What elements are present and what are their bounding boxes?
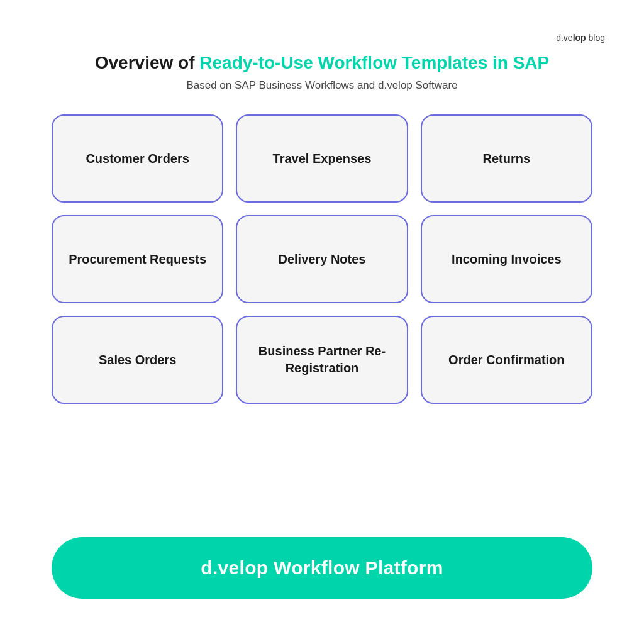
- grid-cell-5[interactable]: Incoming Invoices: [421, 215, 592, 303]
- grid-cell-label-1: Travel Expenses: [273, 150, 372, 167]
- grid-cell-1[interactable]: Travel Expenses: [236, 114, 408, 203]
- grid-cell-label-6: Sales Orders: [99, 352, 176, 369]
- main-title: Overview of Ready-to-Use Workflow Templa…: [95, 52, 549, 74]
- workflow-grid: Customer OrdersTravel ExpensesReturnsPro…: [52, 114, 592, 404]
- cta-label: d.velop Workflow Platform: [201, 557, 443, 579]
- title-highlight: Ready-to-Use Workflow Templates in SAP: [199, 53, 549, 72]
- grid-cell-8[interactable]: Order Confirmation: [421, 316, 592, 404]
- grid-cell-label-3: Procurement Requests: [69, 251, 206, 268]
- grid-cell-7[interactable]: Business Partner Re-Registration: [236, 316, 408, 404]
- cta-button[interactable]: d.velop Workflow Platform: [52, 537, 592, 599]
- grid-cell-label-8: Order Confirmation: [448, 352, 564, 369]
- page-container: d.velop blog Overview of Ready-to-Use Wo…: [20, 20, 624, 624]
- header-section: Overview of Ready-to-Use Workflow Templa…: [95, 52, 549, 92]
- grid-cell-label-2: Returns: [483, 150, 531, 167]
- brand-logo: d.velop blog: [556, 33, 605, 43]
- grid-cell-label-4: Delivery Notes: [279, 251, 366, 268]
- grid-cell-4[interactable]: Delivery Notes: [236, 215, 408, 303]
- grid-cell-label-7: Business Partner Re-Registration: [250, 343, 394, 377]
- grid-cell-label-5: Incoming Invoices: [452, 251, 561, 268]
- grid-cell-label-0: Customer Orders: [86, 150, 189, 167]
- subtitle: Based on SAP Business Workflows and d.ve…: [95, 79, 549, 92]
- grid-cell-0[interactable]: Customer Orders: [52, 114, 223, 203]
- title-plain: Overview of: [95, 53, 200, 72]
- grid-cell-3[interactable]: Procurement Requests: [52, 215, 223, 303]
- grid-cell-2[interactable]: Returns: [421, 114, 592, 203]
- grid-cell-6[interactable]: Sales Orders: [52, 316, 223, 404]
